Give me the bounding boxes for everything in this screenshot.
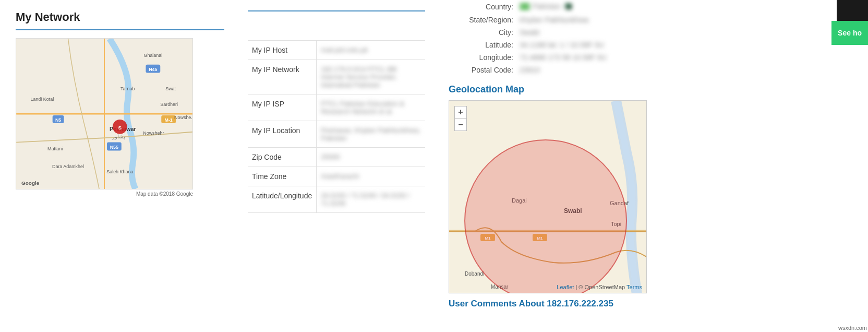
cta-button[interactable]: See ho [831, 21, 868, 45]
geo-row-label: Longitude: [449, 51, 516, 64]
geo-info-row: Latitude:34.1188 lat: 1 / 10.58F 0U [449, 39, 790, 51]
table-row: My IP Network 182.176.0.0/14 PTCL-BB Int… [248, 60, 425, 94]
middle-section: My IP Host mail.ptcl.edu.pk My IP Networ… [240, 0, 433, 332]
svg-text:پشاور: پشاور [112, 134, 125, 140]
svg-text:N45: N45 [149, 67, 157, 72]
geo-row-value: Swabi [516, 26, 790, 39]
table-header-line [248, 10, 425, 11]
svg-text:Sardheri: Sardheri [160, 102, 178, 107]
left-section: My Network N45 N55 [0, 0, 240, 332]
right-section: Country:Pakistan 🇵🇰State/Region:Khyber P… [433, 0, 805, 332]
geo-row-label: State/Region: [449, 14, 516, 26]
row-label: My IP ISP [248, 94, 317, 121]
table-row: Time Zone Asia/Karachi [248, 167, 425, 186]
zoom-in-button[interactable]: + [454, 106, 467, 118]
svg-text:Nowshehr: Nowshehr [143, 131, 164, 136]
table-row: My IP Location Peshawar, Khyber Pakhtunk… [248, 121, 425, 148]
svg-text:Landi Kotal: Landi Kotal [30, 97, 54, 102]
geo-row-value: Khyber Pakhtunkhwa [516, 14, 790, 26]
svg-text:Ghalanai: Ghalanai [143, 53, 162, 58]
black-bar [837, 0, 868, 21]
google-map[interactable]: N45 N55 N5 M-1 Ghalanai Swat Tarnab Sard… [16, 38, 193, 189]
cta-section: See ho [805, 0, 868, 332]
row-label: Time Zone [248, 167, 317, 186]
svg-text:Dara Adamkhel: Dara Adamkhel [52, 164, 84, 169]
row-label: Zip Code [248, 148, 317, 167]
geo-map-footer: Leaflet | © OpenStreetMap Terms [557, 284, 642, 290]
geo-row-value: 34.1188 lat: 1 / 10.58F 0U [516, 39, 790, 51]
svg-text:Nowshe...: Nowshe... [174, 115, 192, 120]
svg-text:Saleh Khana: Saleh Khana [106, 169, 133, 174]
row-value: 182.176.0.0/14 PTCL-BB Internet Service … [317, 60, 425, 94]
row-label: My IP Network [248, 60, 317, 94]
geo-info-row: State/Region:Khyber Pakhtunkhwa [449, 14, 790, 26]
row-label: My IP Host [248, 41, 317, 60]
svg-text:Mattani: Mattani [47, 146, 63, 151]
geo-info-row: Longitude:72.4686 173 58 10.58F 0U [449, 51, 790, 64]
row-value: PTCL Pakistan Education & Research Netwo… [317, 94, 425, 121]
table-row: Zip Code 25000 [248, 148, 425, 167]
row-value: 25000 [317, 148, 425, 167]
svg-text:Google: Google [21, 180, 40, 186]
row-label: Latitude/Longitude [248, 186, 317, 213]
svg-text:Dobandi: Dobandi [465, 271, 484, 277]
row-value: Peshawar, Khyber Pakhtunkhwa, Pakistan [317, 121, 425, 148]
geolocation-title: Geolocation Map [449, 84, 790, 95]
row-value: 34.0150 / 71.5249 / 34.0150 / 71.5249 [317, 186, 425, 213]
row-value: mail.ptcl.edu.pk [317, 41, 425, 60]
country-value: Pakistan 🇵🇰 [516, 0, 790, 14]
svg-text:N55: N55 [110, 145, 118, 150]
user-comments-title: User Comments About 182.176.222.235 [449, 299, 790, 309]
row-value: Asia/Karachi [317, 167, 425, 186]
svg-text:M-1: M-1 [164, 117, 172, 123]
svg-text:N5: N5 [55, 117, 61, 123]
map-footer: Map data ©2018 Google [16, 191, 193, 197]
geo-info-row: City:Swabi [449, 26, 790, 39]
osm-credit: © OpenStreetMap [578, 284, 625, 290]
geo-row-label: Latitude: [449, 39, 516, 51]
map-data-text: Map data ©2018 Google [136, 191, 193, 197]
row-label: My IP Location [248, 121, 317, 148]
map-zoom-controls: + − [454, 106, 467, 131]
watermark: wsxdn.com [838, 325, 867, 331]
table-row: Latitude/Longitude 34.0150 / 71.5249 / 3… [248, 186, 425, 213]
flag-icon [520, 3, 530, 10]
geo-info-row: Country:Pakistan 🇵🇰 [449, 0, 790, 14]
table-row: My IP ISP PTCL Pakistan Education & Rese… [248, 94, 425, 121]
my-network-title: My Network [16, 10, 224, 24]
geo-info-row: Postal Code:23910 [449, 64, 790, 76]
geo-info-table: Country:Pakistan 🇵🇰State/Region:Khyber P… [449, 0, 790, 76]
my-network-header: My Network [16, 10, 224, 30]
zoom-out-button[interactable]: − [454, 118, 467, 131]
svg-text:S: S [118, 125, 122, 131]
ip-info-table: My IP Host mail.ptcl.edu.pk My IP Networ… [248, 40, 425, 213]
geo-map-container[interactable]: + − M1 M1 Dagai Swabi [449, 100, 647, 293]
geo-row-label: Country: [449, 0, 516, 14]
geo-row-value: 23910 [516, 64, 790, 76]
svg-text:Swat: Swat [165, 86, 176, 91]
table-row: My IP Host mail.ptcl.edu.pk [248, 41, 425, 60]
geo-row-label: Postal Code: [449, 64, 516, 76]
terms-link[interactable]: Terms [626, 284, 642, 290]
geo-row-label: City: [449, 26, 516, 39]
svg-point-40 [465, 140, 626, 293]
svg-text:Tarnab: Tarnab [120, 86, 135, 91]
leaflet-link[interactable]: Leaflet [557, 284, 574, 290]
geo-row-value: 72.4686 173 58 10.58F 0U [516, 51, 790, 64]
